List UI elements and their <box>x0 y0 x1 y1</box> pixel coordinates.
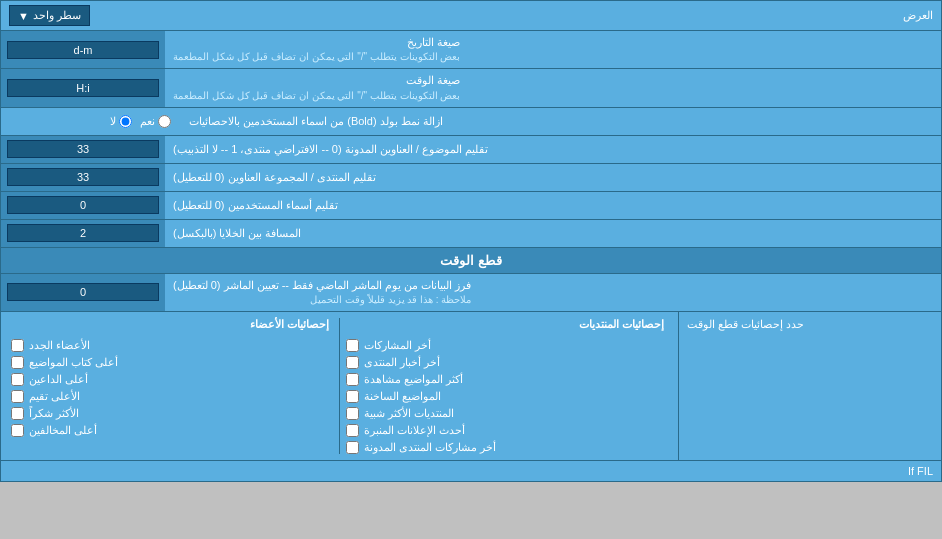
date-format-input-cell <box>1 31 165 68</box>
topics-titles-label: تقليم الموضوع / العناوين المدونة (0 -- ا… <box>165 136 941 163</box>
checkbox-member-5[interactable] <box>11 407 24 420</box>
stats-label: حدد إحصائيات قطع الوقت <box>678 312 941 460</box>
checkbox-item: أعلى المخالفين <box>11 424 333 437</box>
cutoff-input-cell <box>1 274 165 311</box>
forum-titles-row: تقليم المنتدى / المجموعة العناوين (0 للت… <box>1 164 941 192</box>
time-format-label: صيغة الوقت بعض التكوينات يتطلب "/" التي … <box>165 69 941 106</box>
checkbox-item: الأكثر شكراً <box>11 407 333 420</box>
cell-padding-input-cell <box>1 220 165 247</box>
cell-padding-label: المسافة بين الخلايا (بالبكسل) <box>165 220 941 247</box>
dropdown-label: سطر واحد <box>33 9 81 22</box>
cutoff-input[interactable] <box>7 283 159 301</box>
forum-titles-input[interactable] <box>7 168 159 186</box>
checkbox-forum-6[interactable] <box>346 424 359 437</box>
checkbox-item: الأعلى تقيم <box>11 390 333 403</box>
time-format-input[interactable] <box>7 79 159 97</box>
checkbox-member-6[interactable] <box>11 424 24 437</box>
header-label: العرض <box>98 5 941 26</box>
checkbox-item: أخر أخبار المنتدى <box>346 356 668 369</box>
forum-titles-label: تقليم المنتدى / المجموعة العناوين (0 للت… <box>165 164 941 191</box>
bold-yes-radio[interactable] <box>158 115 171 128</box>
checkbox-forum-4[interactable] <box>346 390 359 403</box>
cutoff-section-header: قطع الوقت <box>1 248 941 274</box>
date-format-row: صيغة التاريخ بعض التكوينات يتطلب "/" الت… <box>1 31 941 69</box>
cell-padding-row: المسافة بين الخلايا (بالبكسل) <box>1 220 941 248</box>
checkbox-item: أحدث الإعلانات المنبرة <box>346 424 668 437</box>
forum-stats-col: إحصائيات المنتديات أخر المشاركات أخر أخب… <box>340 318 674 454</box>
cutoff-row: فرز البيانات من يوم الماشر الماضي فقط --… <box>1 274 941 312</box>
checkbox-item: أخر المشاركات <box>346 339 668 352</box>
bold-yes-label[interactable]: نعم <box>140 115 171 128</box>
checkbox-member-4[interactable] <box>11 390 24 403</box>
checkbox-member-2[interactable] <box>11 356 24 369</box>
bottom-text: If FIL <box>908 465 933 477</box>
bold-radio-cell: نعم لا <box>1 108 181 135</box>
stats-row: حدد إحصائيات قطع الوقت إحصائيات المنتديا… <box>1 312 941 461</box>
checkbox-member-1[interactable] <box>11 339 24 352</box>
bold-remove-row: ازالة نمط بولد (Bold) من اسماء المستخدمي… <box>1 108 941 136</box>
checkbox-item: الأعضاء الجدد <box>11 339 333 352</box>
usernames-label: تقليم أسماء المستخدمين (0 للتعطيل) <box>165 192 941 219</box>
cell-padding-input[interactable] <box>7 224 159 242</box>
header-row: العرض سطر واحد ▼ <box>1 1 941 31</box>
usernames-row: تقليم أسماء المستخدمين (0 للتعطيل) <box>1 192 941 220</box>
date-format-label: صيغة التاريخ بعض التكوينات يتطلب "/" الت… <box>165 31 941 68</box>
checkbox-item: أعلى كتاب المواضيع <box>11 356 333 369</box>
checkbox-forum-1[interactable] <box>346 339 359 352</box>
cutoff-label: فرز البيانات من يوم الماشر الماضي فقط --… <box>165 274 941 311</box>
checkboxes-area: إحصائيات المنتديات أخر المشاركات أخر أخب… <box>1 312 678 460</box>
member-stats-header: إحصائيات الأعضاء <box>11 318 333 331</box>
forum-stats-header: إحصائيات المنتديات <box>346 318 668 331</box>
header-dropdown-cell[interactable]: سطر واحد ▼ <box>1 1 98 30</box>
checkbox-forum-5[interactable] <box>346 407 359 420</box>
bold-no-radio[interactable] <box>119 115 132 128</box>
member-stats-col: إحصائيات الأعضاء الأعضاء الجدد أعلى كتاب… <box>5 318 340 454</box>
checkbox-item: أعلى الداعين <box>11 373 333 386</box>
checkbox-forum-7[interactable] <box>346 441 359 454</box>
bold-no-label[interactable]: لا <box>110 115 132 128</box>
checkbox-item: أخر مشاركات المنتدى المدونة <box>346 441 668 454</box>
topics-titles-input[interactable] <box>7 140 159 158</box>
bottom-text-row: If FIL <box>1 461 941 481</box>
checkbox-item: المنتديات الأكثر شبية <box>346 407 668 420</box>
usernames-input-cell <box>1 192 165 219</box>
checkbox-forum-2[interactable] <box>346 356 359 369</box>
time-format-input-cell <box>1 69 165 106</box>
checkbox-item: أكثر المواضيع مشاهدة <box>346 373 668 386</box>
display-dropdown[interactable]: سطر واحد ▼ <box>9 5 90 26</box>
dropdown-arrow-icon: ▼ <box>18 10 29 22</box>
bold-remove-label: ازالة نمط بولد (Bold) من اسماء المستخدمي… <box>181 108 941 135</box>
time-format-row: صيغة الوقت بعض التكوينات يتطلب "/" التي … <box>1 69 941 107</box>
forum-titles-input-cell <box>1 164 165 191</box>
date-format-input[interactable] <box>7 41 159 59</box>
usernames-input[interactable] <box>7 196 159 214</box>
topics-titles-row: تقليم الموضوع / العناوين المدونة (0 -- ا… <box>1 136 941 164</box>
topics-titles-input-cell <box>1 136 165 163</box>
checkbox-forum-3[interactable] <box>346 373 359 386</box>
checkbox-member-3[interactable] <box>11 373 24 386</box>
checkbox-item: المواضيع الساخنة <box>346 390 668 403</box>
